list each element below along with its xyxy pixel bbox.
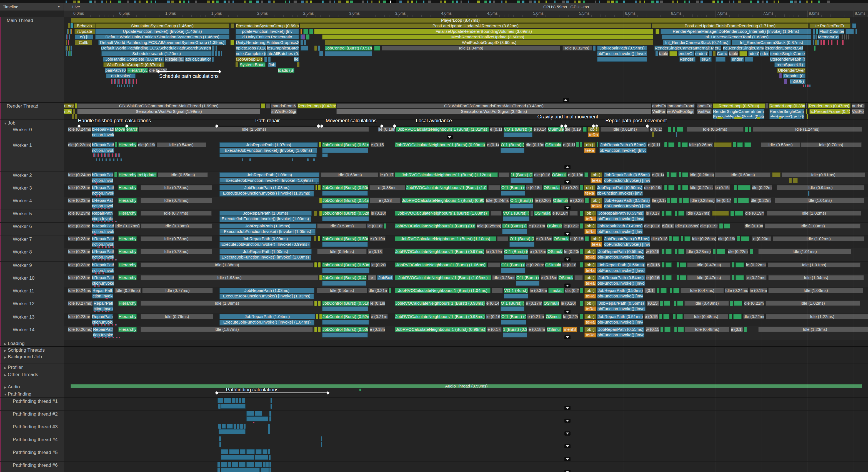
timeline-span-loads-bu[interactable]: loads (Bu: [278, 68, 294, 73]
timeline-span[interactable]: [316, 314, 318, 319]
timeline-span-idle-0-24ms[interactable]: Idle (0.24ms): [68, 288, 92, 293]
timeline-span[interactable]: [242, 398, 245, 403]
timeline-span-le-0-22ms[interactable]: le (0.22ms: [563, 314, 578, 319]
timeline-span-hierarchylo[interactable]: HierarchyLo: [127, 68, 148, 73]
timeline-span-jobrvocalculateneighbours-1-burst-1-01ms[interactable]: JobRVOCalculateNeighbours`1 (Burst) (1.0…: [396, 127, 489, 132]
timeline-span-osimulat[interactable]: OSimulat: [545, 142, 562, 147]
flow-up-arrow[interactable]: [564, 165, 570, 169]
timeline-span[interactable]: [784, 79, 787, 84]
timeline-span[interactable]: [105, 298, 108, 299]
timeline-span-updatefunction-invoke-invoke-1-46ms[interactable]: UpdateFunction.Invoke() [Invoke] (1.46ms…: [95, 29, 229, 34]
timeline-span-e-0-16m[interactable]: e (0.16m: [647, 262, 660, 267]
timeline-span-jobrvocalculateneighbours-1-burst-1-04ms[interactable]: JobRVOCalculateNeighbours`1 (Burst) (1.0…: [395, 288, 491, 293]
timeline-span[interactable]: [216, 46, 217, 51]
timeline-span[interactable]: [659, 314, 662, 319]
timeline-span[interactable]: [580, 142, 582, 147]
timeline-span[interactable]: [709, 51, 712, 56]
flow-down-arrow[interactable]: [564, 419, 570, 423]
timeline-span-hierarchylo[interactable]: HierarchyLo: [118, 185, 137, 190]
timeline-span[interactable]: [664, 185, 667, 190]
timeline-span-idle-0-53ms[interactable]: Idle (0.53ms): [761, 142, 800, 147]
timeline-span[interactable]: [737, 142, 743, 147]
timeline-span-brepairpath-0-33n[interactable]: bRepairPath (0.33n: [92, 236, 114, 241]
timeline-span-0-1[interactable]: (0.1: [644, 288, 655, 293]
timeline-span[interactable]: [856, 29, 857, 34]
timeline-span[interactable]: [803, 85, 804, 87]
timeline-span-tera[interactable]: teRa: [584, 148, 595, 153]
timeline-span[interactable]: [657, 288, 659, 293]
timeline-span[interactable]: [270, 462, 271, 467]
timeline-span-idle-0-24ms[interactable]: Idle (0.24ms): [725, 288, 748, 293]
timeline-span-idle-0-23ms[interactable]: Idle (0.23ms): [68, 262, 91, 267]
timeline-span-o-1-burst-0[interactable]: O`1 (Burst) (0: [501, 185, 525, 190]
timeline-span-jobrvocalculateneighbours-1-burst-0-98ms[interactable]: JobRVOCalculateNeighbours`1 (Burst) (0.9…: [395, 314, 485, 319]
timeline-span[interactable]: [828, 40, 829, 45]
timeline-span[interactable]: [68, 29, 69, 34]
timeline-span[interactable]: [221, 462, 227, 467]
timeline-span[interactable]: [491, 211, 502, 216]
timeline-span[interactable]: [270, 411, 271, 416]
timeline-span[interactable]: [97, 246, 116, 248]
timeline-span[interactable]: [322, 153, 328, 157]
timeline-span[interactable]: [263, 462, 266, 467]
timeline-span[interactable]: [129, 85, 130, 87]
timeline-span[interactable]: [69, 46, 70, 51]
timeline-span[interactable]: [314, 262, 317, 267]
timeline-span-rloop-0[interactable]: rLoop (0: [64, 104, 74, 109]
timeline-span-jobrepairpath-0-99ms[interactable]: JobRepairPath (0.99ms): [219, 236, 311, 241]
timeline-span[interactable]: [677, 127, 683, 132]
timeline-span-e-0-14m[interactable]: e (0.14m: [487, 142, 499, 147]
flow-down-arrow[interactable]: [564, 232, 570, 236]
timeline-span[interactable]: [684, 236, 690, 241]
timeline-span-le-0-20m[interactable]: le (0.20m: [371, 262, 386, 267]
timeline-span[interactable]: [673, 236, 679, 241]
timeline-span[interactable]: [212, 46, 214, 51]
timeline-span[interactable]: [75, 114, 77, 119]
timeline-span[interactable]: [675, 211, 677, 216]
timeline-span-jobrepairpath-1-04ms[interactable]: JobRepairPath (1.04ms): [219, 314, 315, 319]
timeline-span[interactable]: [673, 314, 676, 319]
timeline-span-idle-0-23ms[interactable]: Idle (0.23ms): [68, 236, 91, 241]
timeline-span[interactable]: [682, 142, 688, 147]
timeline-span[interactable]: [219, 442, 221, 447]
timeline-span[interactable]: [318, 262, 320, 267]
timeline-span-tera[interactable]: teRa: [584, 294, 596, 299]
timeline-span[interactable]: [268, 424, 270, 429]
flow-down-arrow[interactable]: [564, 206, 570, 210]
timeline-span-semaphore-waitforsignal-1-99ms[interactable]: Semaphore.WaitForSignal (1.99ms): [77, 109, 260, 114]
timeline-span-obfunction-invoke-invoke[interactable]: obFunction.Invoke() [Invoke]: [597, 320, 643, 325]
timeline-span[interactable]: [678, 185, 681, 190]
timeline-span-k-stale-0-1[interactable]: k stale (0.1: [165, 57, 184, 62]
timeline-span[interactable]: [736, 262, 744, 267]
timeline-span[interactable]: [823, 40, 825, 45]
timeline-span[interactable]: [315, 185, 317, 190]
timeline-span-te-profilerendfr[interactable]: te.ProfilerEndFr: [809, 23, 850, 28]
timeline-span-hierarchylo[interactable]: HierarchyLo: [118, 314, 137, 319]
timeline-span[interactable]: [239, 462, 246, 467]
timeline-span-ob[interactable]: ob (: [584, 314, 596, 319]
timeline-span[interactable]: [319, 142, 321, 147]
flow-down-arrow[interactable]: [564, 309, 570, 314]
timeline-span[interactable]: [70, 29, 71, 34]
timeline-span-ction-invoke-in[interactable]: ction.Invoke() [In: [92, 294, 113, 299]
timeline-span-nderg[interactable]: nderG: [748, 51, 760, 56]
timeline-span-move[interactable]: Move: [115, 127, 126, 132]
timeline-span[interactable]: [677, 314, 683, 319]
timeline-span-idle-0-23ms[interactable]: Idle (0.23ms): [68, 314, 91, 319]
timeline-span-le-0-15m[interactable]: le (0.15m: [714, 185, 730, 190]
timeline-span-dle-0-22ms[interactable]: dle (0.22ms): [752, 185, 772, 190]
timeline-span[interactable]: [779, 73, 782, 79]
timeline-span-ndle-complete[interactable]: ndle.Complete ((: [236, 51, 267, 56]
timeline-span-waitforjobgroupid-3-60ms[interactable]: WaitForJobGroupID (3.60ms): [325, 40, 653, 45]
timeline-span-e-0-18ms[interactable]: e (0.18ms: [570, 236, 584, 241]
timeline-span[interactable]: [766, 104, 768, 109]
timeline-span[interactable]: [741, 236, 749, 241]
timeline-span[interactable]: [504, 294, 528, 299]
timeline-span[interactable]: [246, 462, 254, 467]
timeline-span[interactable]: [655, 51, 658, 56]
flow-down-arrow[interactable]: [564, 432, 570, 436]
flow-down-arrow[interactable]: [564, 457, 570, 461]
timeline-span[interactable]: [678, 142, 681, 147]
timeline-span[interactable]: [713, 51, 715, 56]
timeline-span-endergra[interactable]: enderGra: [678, 51, 694, 56]
